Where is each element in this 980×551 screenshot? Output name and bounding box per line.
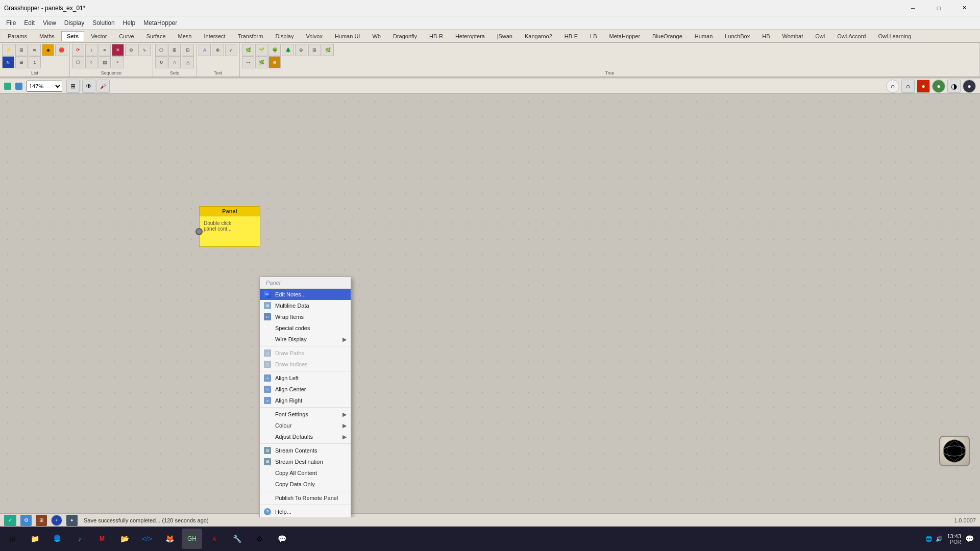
tab-jswan[interactable]: jSwan — [492, 31, 518, 41]
tab-kangaroo2[interactable]: Kangaroo2 — [519, 31, 558, 41]
cm-item-wire-display[interactable]: Wire Display ▶ — [260, 334, 351, 345]
taskbar-network-icon[interactable]: 🌐 — [925, 536, 933, 542]
taskbar-autocad[interactable]: A — [204, 529, 225, 549]
tab-vector[interactable]: Vector — [85, 31, 112, 41]
tb-seq-8[interactable]: ○ — [85, 56, 97, 68]
taskbar-clock[interactable]: 13:43 POR — [947, 533, 961, 545]
tab-hb[interactable]: HB — [756, 31, 775, 41]
vp-sphere-white[interactable]: ○ — [886, 80, 899, 93]
tab-intersect[interactable]: Intersect — [198, 31, 231, 41]
tb-tree-7[interactable]: 🌿 — [322, 44, 334, 56]
tab-lb[interactable]: LB — [584, 31, 602, 41]
tb-btn-8[interactable]: 1 — [29, 56, 41, 68]
tab-surface[interactable]: Surface — [141, 31, 172, 41]
tb-sets-1[interactable]: ⬡ — [155, 44, 167, 56]
tb-text-3[interactable]: ↙ — [225, 44, 237, 56]
tab-volvox[interactable]: Volvox — [300, 31, 328, 41]
cm-item-edit-notes[interactable]: ✏ Edit Notes... — [260, 289, 351, 300]
tab-wombat[interactable]: Wombat — [776, 31, 808, 41]
tb-sets-6[interactable]: △ — [182, 56, 194, 68]
tab-curve[interactable]: Curve — [113, 31, 139, 41]
taskbar-files[interactable]: 📂 — [114, 529, 135, 549]
minimize-button[interactable]: ─ — [901, 0, 925, 16]
tb-btn-1[interactable]: ⚡ — [2, 44, 14, 56]
cm-item-draw-paths[interactable]: □ Draw Paths — [260, 347, 351, 359]
close-button[interactable]: ✕ — [952, 0, 976, 16]
tab-heteroptera[interactable]: Heteroptera — [450, 31, 491, 41]
tb-sets-3[interactable]: ⊟ — [182, 44, 194, 56]
tb-tree-2[interactable]: 🌱 — [255, 44, 267, 56]
tb-btn-7[interactable]: ⊞ — [15, 56, 28, 68]
zoom-select[interactable]: 147% 100% 200% — [27, 81, 62, 92]
tab-lunchbox[interactable]: LunchBox — [719, 31, 755, 41]
tb-seq-5[interactable]: ⊛ — [125, 44, 137, 56]
cm-item-multiline-data[interactable]: ⊞ Multiline Data — [260, 300, 351, 311]
vp-sphere-green[interactable]: ● — [932, 80, 945, 93]
tb-tree-4[interactable]: 🌲 — [282, 44, 294, 56]
nav-cube[interactable] — [939, 436, 970, 466]
cm-item-copy-data[interactable]: Copy Data Only — [260, 479, 351, 490]
status-green-btn[interactable]: ✓ — [4, 515, 16, 526]
cm-item-adjust-defaults[interactable]: Adjust Defaults ▶ — [260, 431, 351, 442]
tb-seq-10[interactable]: ≈ — [112, 56, 124, 68]
tb-tree-9[interactable]: 🌿 — [255, 56, 267, 68]
tab-metahopper[interactable]: MetaHopper — [604, 31, 646, 41]
status-blue-btn[interactable]: ⚙ — [20, 515, 32, 526]
tb-btn-3[interactable]: ≋ — [29, 44, 41, 56]
cm-item-align-center[interactable]: ≡ Align Center — [260, 384, 351, 395]
cm-item-publish-remote[interactable]: Publish To Remote Panel — [260, 492, 351, 504]
menu-edit[interactable]: Edit — [20, 17, 39, 29]
taskbar-marvel[interactable]: M — [92, 529, 112, 549]
taskbar-firefox[interactable]: 🦊 — [159, 529, 180, 549]
menu-display[interactable]: Display — [60, 17, 88, 29]
cm-item-copy-all[interactable]: Copy All Content — [260, 467, 351, 479]
menu-metahopper[interactable]: MetaHopper — [139, 17, 181, 29]
taskbar-sound-icon[interactable]: 🔊 — [936, 536, 943, 542]
taskbar-extra1[interactable]: 🔧 — [227, 529, 247, 549]
vp-frame-btn[interactable]: ⊞ — [66, 80, 80, 93]
tb-tree-6[interactable]: ⊞ — [308, 44, 321, 56]
tab-dragonfly[interactable]: Dragonfly — [387, 31, 423, 41]
taskbar-spotify[interactable]: ♪ — [69, 529, 90, 549]
taskbar-vscode[interactable]: </> — [137, 529, 157, 549]
cm-item-help[interactable]: ? Help... — [260, 506, 351, 517]
tb-seq-3[interactable]: ≡ — [99, 44, 111, 56]
panel-port[interactable] — [195, 228, 203, 235]
tab-blueorange[interactable]: BlueOrange — [647, 31, 688, 41]
taskbar-explorer[interactable]: 📁 — [24, 529, 45, 549]
tb-seq-2[interactable]: ↕ — [85, 44, 97, 56]
tab-mesh[interactable]: Mesh — [173, 31, 198, 41]
vp-blue-icon[interactable] — [15, 83, 22, 90]
vp-sphere-red[interactable]: ● — [917, 80, 930, 93]
menu-view[interactable]: View — [39, 17, 60, 29]
taskbar-extra2[interactable]: ⚙ — [249, 529, 270, 549]
status-dark-btn[interactable]: ✦ — [66, 515, 78, 526]
tb-seq-9[interactable]: ▤ — [99, 56, 111, 68]
tb-seq-7[interactable]: ⬡ — [72, 56, 84, 68]
vp-eye-btn[interactable]: 👁 — [82, 80, 95, 93]
tb-sets-2[interactable]: ⊞ — [168, 44, 181, 56]
vp-paint-btn[interactable]: 🖌 — [96, 80, 110, 93]
tab-hbr[interactable]: HB-R — [424, 31, 449, 41]
taskbar-grasshopper[interactable]: GH — [182, 529, 202, 549]
cm-item-align-left[interactable]: ≡ Align Left — [260, 372, 351, 384]
tb-text-1[interactable]: A — [199, 44, 211, 56]
tab-owl[interactable]: Owl — [810, 31, 830, 41]
panel-component[interactable]: Panel Double click panel cont... — [199, 206, 260, 247]
taskbar-notification-icon[interactable]: 💬 — [965, 535, 974, 543]
tab-wb[interactable]: Wb — [366, 31, 386, 41]
cm-item-draw-indices[interactable]: □ Draw Indices — [260, 359, 351, 370]
cm-item-font-settings[interactable]: Font Settings ▶ — [260, 409, 351, 420]
tab-humanui[interactable]: Human UI — [329, 31, 366, 41]
tab-transform[interactable]: Transform — [232, 31, 269, 41]
menu-file[interactable]: File — [2, 17, 20, 29]
tab-human[interactable]: Human — [689, 31, 718, 41]
taskbar-start[interactable]: ⊞ — [2, 529, 22, 549]
cm-item-stream-contents[interactable]: ▥ Stream Contents — [260, 445, 351, 456]
vp-sphere-dark[interactable]: ● — [963, 80, 976, 93]
tab-owllearning[interactable]: Owl.Learning — [872, 31, 917, 41]
tb-tree-8[interactable]: ↝ — [242, 56, 254, 68]
vp-sphere-outline[interactable]: ○ — [901, 80, 915, 93]
cm-item-wrap-items[interactable]: ↩ Wrap Items — [260, 311, 351, 322]
vp-sphere-half[interactable]: ◑ — [947, 80, 961, 93]
